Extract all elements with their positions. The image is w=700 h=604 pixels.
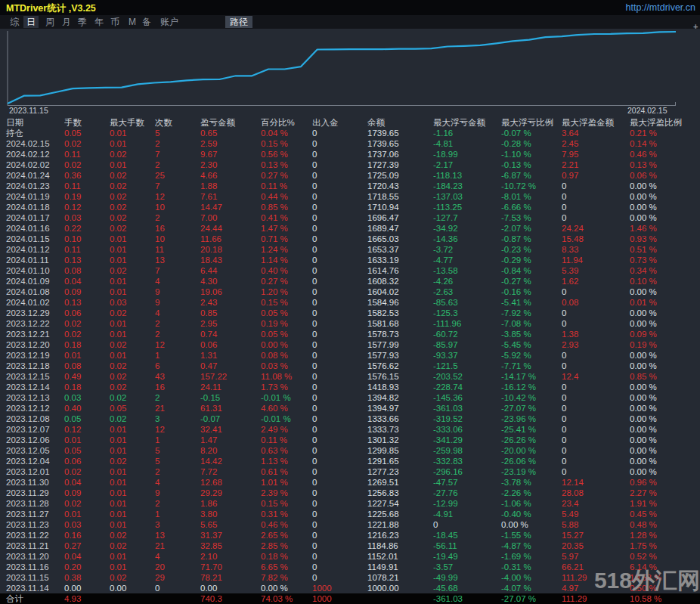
cell-手数: 0.03 — [64, 519, 110, 530]
table-total-row[interactable]: 合计4.93740.374.03 %1000-361.03-27.07 %111… — [0, 593, 700, 604]
cell-最大浮盈比例: 0.46 % — [630, 149, 700, 160]
cell-盈亏金额: -0.07 — [200, 414, 261, 424]
table-row[interactable]: 2024.02.150.020.0122.590.15 %01739.65-4.… — [0, 138, 700, 149]
table-row[interactable]: 2023.11.290.090.01929.292.39 %01256.83-2… — [0, 488, 700, 498]
cell-出入金: 0 — [312, 308, 367, 318]
table-row[interactable]: 2023.12.210.020.0120.740.05 %01578.73-60… — [0, 329, 700, 339]
cell-最大浮盈金额: 0 — [562, 308, 630, 318]
cell-百分比%: 0.85 % — [261, 202, 312, 212]
cell-最大手数: 0.01 — [110, 329, 155, 339]
table-row[interactable]: 2023.12.180.080.0260.470.03 %01576.62-12… — [0, 361, 700, 371]
table-row[interactable]: 2023.11.270.010.0113.800.31 %01225.68-4.… — [0, 509, 700, 519]
cell-最大手数: 0.00 — [110, 583, 155, 593]
cell-百分比%: 0.08 % — [261, 350, 312, 361]
table-row[interactable]: 2023.12.010.020.0127.720.61 %01277.23-29… — [0, 466, 700, 477]
table-row[interactable]: 2024.01.100.080.0276.440.40 %01614.76-13… — [0, 265, 700, 276]
cell-次数: 12 — [155, 339, 200, 350]
cell-盈亏金额: 157.22 — [200, 371, 261, 382]
table-row[interactable]: 2023.12.290.060.0240.850.05 %01582.53-12… — [0, 308, 700, 318]
table-row[interactable]: 2023.12.140.180.021624.111.73 %01418.93-… — [0, 382, 700, 392]
table-row[interactable]: 2024.01.110.130.011318.431.14 %01633.19-… — [0, 255, 700, 265]
cell-最大浮亏比例: -0.23 % — [501, 244, 562, 255]
table-row[interactable]: 2023.12.050.050.0158.200.63 %01299.85-25… — [0, 445, 700, 456]
table-row[interactable]: 2023.12.220.020.0122.950.19 %01581.68-11… — [0, 318, 700, 329]
cell-百分比%: 1.47 % — [261, 223, 312, 234]
table-row[interactable]: 2023.12.040.060.02514.421.13 %01291.65-3… — [0, 456, 700, 466]
table-row[interactable]: 2023.12.130.030.022-0.15-0.01 %01394.82-… — [0, 392, 700, 403]
cell-最大浮盈金额: 0 — [562, 202, 630, 212]
menu-item-month[interactable]: 月 — [62, 16, 71, 28]
cell-最大手数: 0.02 — [110, 414, 155, 424]
cell-最大浮盈比例: 0.51 % — [630, 244, 700, 255]
cell-最大浮亏金额: -27.76 — [433, 488, 501, 498]
plus-icon[interactable]: + — [693, 22, 698, 31]
table-row[interactable]: 2024.02.120.110.0279.670.56 %01737.06-18… — [0, 149, 700, 160]
table-row[interactable]: 2023.12.150.490.0243157.2211.08 %01576.1… — [0, 371, 700, 382]
table-row[interactable]: 2023.12.120.400.052161.314.60 %01394.97-… — [0, 403, 700, 414]
table-row[interactable]: 2024.01.230.110.0271.880.11 %01720.43-18… — [0, 181, 700, 191]
table-row[interactable]: 2024.01.080.090.01919.061.20 %01604.02-2… — [0, 287, 700, 297]
cell-盈亏金额: 14.47 — [200, 202, 261, 212]
cell-最大浮盈金额: 23.4 — [562, 498, 630, 509]
cell-出入金: 0 — [312, 297, 367, 308]
table-row[interactable]: 2023.12.190.010.0111.310.08 %01577.93-93… — [0, 350, 700, 361]
app-url-link[interactable]: http://mtdriver.cn — [626, 2, 695, 13]
table-row[interactable]: 2023.12.200.180.02120.060.00 %01577.99-8… — [0, 339, 700, 350]
table-row[interactable]: 2023.12.070.120.011232.412.49 %01333.73-… — [0, 424, 700, 435]
table-row[interactable]: 2023.11.230.030.0135.650.46 %01221.8800.… — [0, 519, 700, 530]
cell-次数: 1 — [155, 435, 200, 445]
menu-item-day[interactable]: 日 — [23, 16, 39, 28]
cell-最大浮盈金额: 12.14 — [562, 477, 630, 488]
table-row[interactable]: 持仓0.050.0150.650.04 %01739.65-1.16-0.07 … — [0, 128, 700, 138]
table-row[interactable]: 2023.11.200.040.0142.100.18 %01152.01-19… — [0, 551, 700, 562]
table-row[interactable]: 2024.01.190.190.02127.610.44 %01718.55-1… — [0, 191, 700, 202]
cell-最大浮盈比例: 1.91 % — [630, 498, 700, 509]
cell-最大手数: 0.02 — [110, 392, 155, 403]
column-header-1: 手数 — [64, 117, 110, 128]
table-row[interactable]: 2024.01.180.120.021014.470.85 %01710.94-… — [0, 202, 700, 212]
cell-百分比%: 7.82 % — [261, 572, 312, 583]
cell-出入金: 0 — [312, 403, 367, 414]
cell-最大浮亏金额: -13.58 — [433, 265, 501, 276]
table-row[interactable]: 2024.01.170.030.0227.000.41 %01696.47-12… — [0, 212, 700, 223]
table-row[interactable]: 2023.12.080.050.023-0.07-0.01 %01333.66-… — [0, 414, 700, 424]
app-title: MTDriver统计 ,V3.25 — [6, 2, 96, 15]
table-row[interactable]: 2024.01.240.360.02254.660.27 %01725.09-1… — [0, 170, 700, 181]
cell-最大浮亏金额: -333.06 — [433, 424, 501, 435]
table-row[interactable]: 2023.12.060.010.0111.470.11 %01301.32-34… — [0, 435, 700, 445]
cell-手数: 0.12 — [64, 424, 110, 435]
menu-item-note[interactable]: 备 — [142, 16, 151, 28]
menu-item-quarter[interactable]: 季 — [78, 16, 87, 28]
cell-最大浮亏金额: -111.96 — [433, 318, 501, 329]
menu-item-year[interactable]: 年 — [94, 16, 104, 28]
cell-最大手数: 0.02 — [110, 212, 155, 223]
cell-盈亏金额: 24.44 — [200, 223, 261, 234]
menu-bar: 综 日 周 月 季 年 币 M 备 账户 路径 — [0, 15, 700, 29]
menu-item-currency[interactable]: 币 — [110, 16, 119, 28]
cell-日期: 2023.11.23 — [0, 519, 64, 530]
table-row[interactable]: 2024.01.090.040.0144.300.27 %01608.32-4.… — [0, 276, 700, 287]
table-row[interactable]: 2024.01.150.100.011011.660.71 %01665.03-… — [0, 234, 700, 244]
table-row[interactable]: 2024.01.020.130.0392.430.15 %01584.96-85… — [0, 297, 700, 308]
table-row[interactable]: 2023.11.210.270.022132.852.85 %01184.86-… — [0, 541, 700, 551]
table-row[interactable]: 2023.11.280.020.0121.860.15 %01227.54-12… — [0, 498, 700, 509]
menu-item-summary[interactable]: 综 — [10, 16, 19, 28]
cell-最大浮盈金额: 2.21 — [562, 160, 630, 170]
table-row[interactable]: 2023.11.220.160.021331.372.65 %01216.23-… — [0, 530, 700, 541]
menu-item-m[interactable]: M — [129, 16, 136, 28]
cell-最大浮亏比例: -26.26 % — [501, 435, 562, 445]
menu-item-week[interactable]: 周 — [45, 16, 54, 28]
table-row[interactable]: 2024.01.120.110.011120.181.24 %01653.37-… — [0, 244, 700, 255]
cell-日期: 2023.12.08 — [0, 414, 64, 424]
cell-最大浮亏比例: -0.07 % — [501, 128, 562, 138]
cell-余额: 1394.97 — [367, 403, 433, 414]
path-button[interactable]: 路径 — [225, 16, 252, 28]
table-row[interactable]: 2024.01.160.220.021624.441.47 %01689.47-… — [0, 223, 700, 234]
table-row[interactable]: 2024.02.020.020.0122.300.13 %01727.39-2.… — [0, 160, 700, 170]
cell-最大浮亏比例: -0.29 % — [501, 255, 562, 265]
menu-item-account[interactable]: 账户 — [160, 16, 178, 28]
cell-最大浮亏金额: -45.68 — [433, 583, 501, 593]
cell-次数: 29 — [155, 572, 200, 583]
cell-余额: 1578.73 — [367, 329, 433, 339]
table-row[interactable]: 2023.11.300.040.01412.681.01 %01269.51-4… — [0, 477, 700, 488]
